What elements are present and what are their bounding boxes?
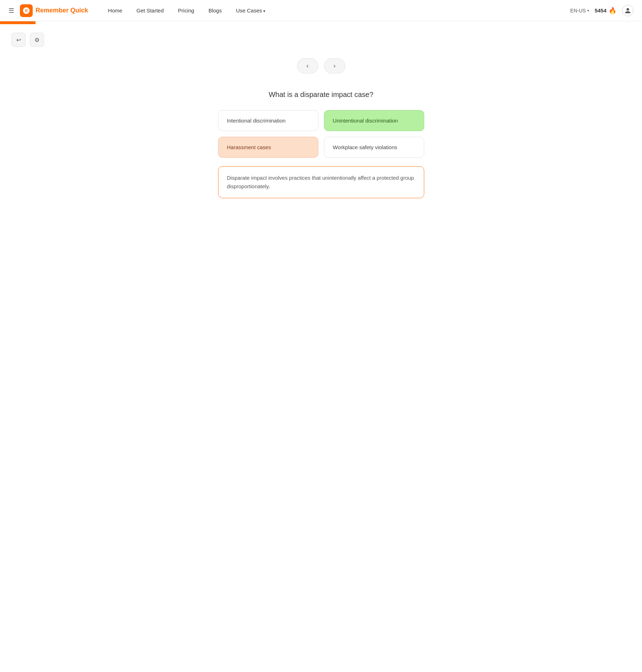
- quiz-options: Intentional discrimination Unintentional…: [218, 110, 424, 158]
- option-intentional-discrimination[interactable]: Intentional discrimination: [218, 110, 318, 131]
- option-harassment-cases[interactable]: Harassment cases: [218, 137, 318, 158]
- prev-button[interactable]: ‹: [297, 58, 318, 74]
- nav-use-cases[interactable]: Use Cases: [230, 5, 271, 16]
- logo-icon: [20, 4, 33, 17]
- toolbar: ↩ ⚙: [11, 33, 631, 47]
- credits-display: 5454 🔥: [595, 7, 616, 15]
- quiz-question: What is a disparate impact case?: [218, 91, 424, 99]
- option-label: Harassment cases: [227, 144, 271, 150]
- option-label: Workplace safety violations: [333, 144, 397, 150]
- option-unintentional-discrimination[interactable]: Unintentional discrimination: [324, 110, 424, 131]
- nav-blogs[interactable]: Blogs: [203, 5, 228, 16]
- settings-button[interactable]: ⚙: [30, 33, 44, 47]
- navbar: ☰ Remember Quick Home Get Started Pricin…: [0, 0, 642, 21]
- nav-home[interactable]: Home: [102, 5, 128, 16]
- nav-right: EN-US 5454 🔥: [570, 5, 633, 16]
- content-area: ↩ ⚙ ‹ › What is a disparate impact case?…: [0, 24, 642, 207]
- nav-pricing[interactable]: Pricing: [172, 5, 200, 16]
- option-label: Intentional discrimination: [227, 118, 286, 124]
- language-selector[interactable]: EN-US: [570, 8, 589, 13]
- credits-icon: 🔥: [609, 7, 616, 15]
- nav-get-started[interactable]: Get Started: [131, 5, 169, 16]
- prev-icon: ‹: [307, 62, 309, 70]
- option-label: Unintentional discrimination: [333, 118, 398, 124]
- nav-links: Home Get Started Pricing Blogs Use Cases: [102, 5, 570, 16]
- settings-icon: ⚙: [34, 37, 39, 43]
- logo-text: Remember Quick: [36, 7, 88, 14]
- next-button[interactable]: ›: [324, 58, 345, 74]
- hamburger-menu[interactable]: ☰: [9, 7, 14, 15]
- back-icon: ↩: [16, 37, 21, 43]
- next-icon: ›: [334, 62, 336, 70]
- explanation-text: Disparate impact involves practices that…: [227, 175, 414, 189]
- credits-value: 5454: [595, 7, 606, 13]
- nav-arrows: ‹ ›: [11, 58, 631, 74]
- explanation-box: Disparate impact involves practices that…: [218, 166, 424, 198]
- logo[interactable]: Remember Quick: [20, 4, 88, 17]
- quiz-section: What is a disparate impact case? Intenti…: [218, 91, 424, 198]
- logo-svg: [22, 7, 30, 15]
- option-workplace-safety[interactable]: Workplace safety violations: [324, 137, 424, 158]
- user-avatar[interactable]: [622, 5, 633, 16]
- back-button[interactable]: ↩: [11, 33, 26, 47]
- progress-bar: [0, 21, 36, 24]
